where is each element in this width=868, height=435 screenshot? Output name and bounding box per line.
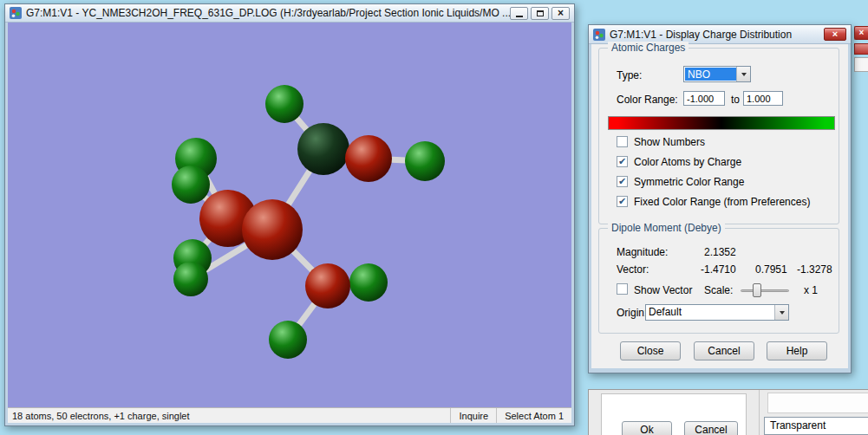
dipole-moment-group: Dipole Moment (Debye) Magnitude: 2.1352 … [598,228,839,334]
checkbox-box[interactable]: ✔ [617,176,628,187]
background-close-button-fragment[interactable]: × [854,26,868,40]
transparent-dropdown[interactable]: Transparent [764,417,868,435]
status-inquire-mode: Inquire [450,408,496,423]
atom-green[interactable] [349,263,388,302]
maximize-icon [537,10,544,16]
background-window-fragment [854,57,868,72]
checkbox-label: Show Numbers [634,136,705,148]
color-range-max-input[interactable] [743,91,783,106]
main-window-titlebar[interactable]: G7:M1:V1 - YC_NME3CH2OH_FREQ_631G_DP.LOG… [5,4,574,23]
status-molecule-info: 18 atoms, 50 electrons, +1 charge, singl… [8,411,450,421]
main-window: G7:M1:V1 - YC_NME3CH2OH_FREQ_631G_DP.LOG… [4,3,575,426]
cancel-button[interactable]: Cancel [684,421,738,435]
magnitude-label: Magnitude: [617,246,668,258]
type-label: Type: [617,69,642,81]
origin-value: Default [646,305,774,320]
scale-value: x 1 [804,284,818,296]
show-vector-checkbox[interactable] [617,283,628,295]
background-close-button-fragment[interactable] [854,43,868,55]
color-range-label: Color Range: [617,94,678,106]
dialog-icon [593,29,605,41]
charge-distribution-dialog: G7:M1:V1 - Display Charge Distribution ×… [588,24,852,373]
checkbox-color-atoms-by-charge[interactable]: ✔Color Atoms by Charge [617,152,833,172]
caption-buttons: × [510,7,570,20]
close-button[interactable]: Close [620,341,681,360]
main-window-title: G7:M1:V1 - YC_NME3CH2OH_FREQ_631G_DP.LOG… [26,7,510,19]
molecule-render[interactable] [8,23,571,407]
checkbox-label: Symmetric Color Range [634,176,744,188]
atom-green[interactable] [269,321,307,359]
atomic-charges-group: Atomic Charges Type: NBO Color Range: to… [598,48,839,224]
vector-x-value: -1.4710 [701,263,736,276]
dialog-title: G7:M1:V1 - Display Charge Distribution [610,29,824,41]
checkbox-box[interactable]: ✔ [617,196,628,207]
magnitude-value: 2.1352 [704,246,736,258]
atom-red[interactable] [305,263,350,308]
atom-red[interactable] [242,199,303,260]
main-window-client: 18 atoms, 50 electrons, +1 charge, singl… [8,23,571,423]
background-dialog-fragment: Ok Cancel Transparent [588,389,868,435]
divider [759,390,760,435]
charge-type-value: NBO [685,68,736,81]
atom-dark[interactable] [297,123,349,175]
chevron-down-icon[interactable] [736,67,750,81]
checkbox-box[interactable] [617,136,628,147]
dipole-moment-caption: Dipole Moment (Debye) [608,222,725,234]
cancel-button[interactable]: Cancel [694,341,754,360]
vector-y-value: 0.7951 [755,263,787,276]
transparent-dropdown-value: Transparent [770,419,826,432]
charge-type-dropdown[interactable]: NBO [683,66,751,82]
arrow-glyph [741,73,747,76]
dialog-body: Atomic Charges Type: NBO Color Range: to… [591,44,848,368]
close-icon: × [558,8,564,18]
color-range-min-input[interactable] [683,91,725,106]
charge-color-gradient-bar [608,116,835,130]
atomic-charges-caption: Atomic Charges [608,42,689,54]
close-icon: × [832,29,838,39]
atom-green[interactable] [405,141,445,181]
origin-dropdown[interactable]: Default [645,304,789,321]
checkbox-label: Color Atoms by Charge [634,156,741,168]
help-button[interactable]: Help [767,341,827,360]
molecule-viewport[interactable] [8,23,571,407]
vector-scale-slider[interactable] [741,282,789,298]
atom-green[interactable] [172,166,210,204]
ok-button[interactable]: Ok [622,421,672,435]
charge-options-checkboxes: Show Numbers✔Color Atoms by Charge✔Symme… [617,132,833,211]
atom-green[interactable] [173,262,208,296]
color-range-to-label: to [731,94,740,106]
maximize-button[interactable] [531,7,549,20]
checkbox-box[interactable]: ✔ [617,156,628,167]
app-icon [10,7,22,19]
chevron-down-icon[interactable] [774,305,788,320]
checkbox-symmetric-color-range[interactable]: ✔Symmetric Color Range [617,172,833,192]
checkbox-show-numbers[interactable]: Show Numbers [617,132,833,152]
minimize-button[interactable] [510,7,528,20]
status-select-atom: Select Atom 1 [496,408,571,423]
background-panel [767,393,868,413]
slider-thumb[interactable] [753,283,761,297]
show-vector-label: Show Vector [634,284,692,296]
scale-label: Scale: [704,284,733,296]
dialog-close-button[interactable]: × [824,28,846,41]
arrow-glyph [780,311,785,315]
origin-label: Origin: [617,307,647,319]
checkbox-fixed-color-range-from-preferences-[interactable]: ✔Fixed Color Range (from Preferences) [617,192,833,211]
desktop: × Ok Cancel Transparent G7:M1:V1 - YC_NM… [0,0,868,435]
close-button[interactable]: × [551,7,570,20]
atom-red[interactable] [345,135,392,182]
minimize-icon [516,16,523,17]
atom-green[interactable] [265,85,303,123]
checkbox-label: Fixed Color Range (from Preferences) [634,196,810,208]
vector-label: Vector: [617,263,649,276]
slider-track [741,289,789,292]
vector-z-value: -1.3278 [797,263,832,276]
status-bar: 18 atoms, 50 electrons, +1 charge, singl… [8,407,571,423]
